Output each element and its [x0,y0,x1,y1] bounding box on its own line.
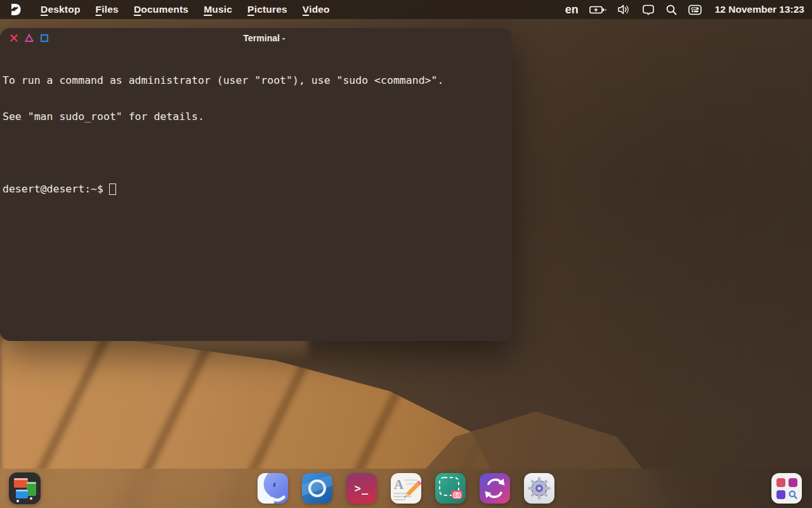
menu-item-pictures[interactable]: Pictures [247,4,287,15]
distro-logo-icon[interactable] [8,2,23,17]
restore-square-icon[interactable] [39,34,49,43]
battery-charging-icon[interactable] [589,5,606,15]
text-editor-icon[interactable]: A [391,473,421,504]
terminal-prompt-row: desert@desert:~$ [3,183,509,195]
terminal-output-line: See "man sudo_root" for details. [3,110,509,123]
datetime-display[interactable]: 12 November 13:23 [715,4,804,15]
window-title: Terminal - [227,33,285,43]
menu-item-files[interactable]: Files [96,4,119,15]
menu-item-documents[interactable]: Documents [134,4,188,15]
top-menubar: Desktop Files Documents Music Pictures V… [0,0,812,19]
multitasking-view-icon[interactable] [9,472,41,504]
terminal-blank-line [3,147,509,159]
mini-window-blue [16,490,28,498]
terminal-prompt: desert@desert:~$ [3,183,103,195]
terminal-window: Terminal - To run a command as administr… [0,28,512,341]
menu-item-music[interactable]: Music [204,4,232,15]
dock: >_ A [0,469,812,508]
close-x-icon[interactable] [9,34,18,43]
screenshot-icon[interactable] [435,473,466,504]
dock-right-group [771,473,802,504]
mini-window-orange [14,478,28,488]
mini-window-green [27,482,36,496]
dock-app-row: >_ A [258,473,554,504]
search-icon[interactable] [665,4,678,16]
volume-icon[interactable] [617,4,631,15]
menubar-status-area: en [565,3,804,17]
settings-gear-icon[interactable] [524,473,554,504]
file-manager-icon[interactable] [258,473,288,504]
maximize-triangle-icon[interactable] [24,34,34,43]
launcher-icon[interactable] [771,473,802,504]
menu-item-video[interactable]: Video [303,4,330,15]
notification-icon[interactable] [642,4,655,15]
keyboard-layout-indicator[interactable]: en [565,3,579,17]
svg-text:A: A [394,477,404,492]
control-center-icon[interactable] [688,4,702,15]
launcher-search-glyph [789,490,797,499]
terminal-output-line: To run a command as administrator (user … [3,74,509,86]
window-controls [9,28,49,48]
menubar-left-group: Desktop Files Documents Music Pictures V… [8,2,330,17]
terminal-app-icon[interactable]: >_ [346,473,377,504]
app-updater-icon[interactable] [480,473,510,504]
browser-icon[interactable] [302,473,332,504]
dock-left-group [9,472,41,504]
terminal-cursor [109,184,116,195]
terminal-content[interactable]: To run a command as administrator (user … [0,48,512,221]
terminal-titlebar[interactable]: Terminal - [0,28,512,48]
menu-item-desktop[interactable]: Desktop [41,4,81,15]
